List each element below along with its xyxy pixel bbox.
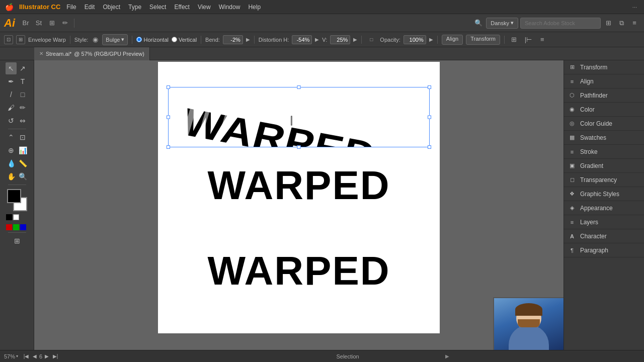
menu-object[interactable]: Object: [99, 3, 124, 12]
next-page-btn[interactable]: ▶: [43, 352, 51, 360]
panel-item-appearance[interactable]: ◈ Appearance: [564, 201, 644, 215]
reflect-tool[interactable]: ⇔: [17, 115, 28, 127]
prev-page-btn[interactable]: ◀: [31, 352, 39, 360]
panel-item-gradient[interactable]: ▣ Gradient: [564, 159, 644, 173]
panel-item-transparency[interactable]: ◻ Transparency: [564, 173, 644, 187]
handle-mr[interactable]: [428, 116, 431, 119]
paintbrush-tool[interactable]: 🖌: [6, 102, 17, 114]
vertical-radio-input[interactable]: [172, 37, 177, 42]
ruler-icon[interactable]: |⊢: [523, 34, 534, 45]
search-stock-icon[interactable]: 🔍: [473, 18, 484, 29]
first-page-btn[interactable]: |◀: [22, 352, 30, 360]
menu-edit[interactable]: Edit: [80, 3, 99, 12]
color-options: [6, 214, 28, 220]
menu-type[interactable]: Type: [124, 3, 145, 12]
menu-effect[interactable]: Effect: [170, 3, 193, 12]
handle-ml[interactable]: [167, 116, 170, 119]
stock-icon[interactable]: St: [33, 18, 44, 29]
hand-tool[interactable]: ✋: [6, 170, 17, 183]
canvas-area[interactable]: WARPED | WARPED WARPED: [34, 60, 564, 350]
pencil-tool[interactable]: ✏: [17, 102, 28, 114]
arrange-panels-icon[interactable]: ⊞: [509, 34, 520, 45]
rotate-tool[interactable]: ↺: [6, 115, 17, 127]
warp-tool[interactable]: ⌃: [6, 131, 17, 143]
panel-item-color[interactable]: ◉ Color: [564, 103, 644, 117]
swatch-green[interactable]: [13, 224, 19, 230]
tab-close-icon[interactable]: ✕: [39, 51, 43, 56]
swatch-white[interactable]: [13, 214, 19, 220]
panel-item-layers[interactable]: ≡ Layers: [564, 215, 644, 229]
menu-view[interactable]: View: [194, 3, 215, 12]
panel-item-swatches[interactable]: ▦ Swatches: [564, 131, 644, 145]
foreground-color[interactable]: [7, 189, 21, 203]
libraries-icon[interactable]: ⊞: [46, 18, 57, 29]
menu-select[interactable]: Select: [145, 3, 170, 12]
user-menu[interactable]: Dansky ▾: [486, 18, 518, 29]
panel-item-color-guide[interactable]: ◎ Color Guide: [564, 117, 644, 131]
distortion-v-input[interactable]: [330, 35, 350, 44]
layout-icon[interactable]: ⊞: [603, 18, 614, 29]
align-button[interactable]: Align: [442, 35, 463, 45]
color-guide-panel-label: Color Guide: [580, 120, 612, 127]
envelope-icon[interactable]: ⊡: [4, 35, 13, 44]
measure-tool[interactable]: 📏: [17, 157, 28, 169]
eyedropper-tool[interactable]: 💧: [6, 157, 17, 169]
appearance-panel-label: Appearance: [580, 205, 613, 212]
panel-item-paragraph[interactable]: ¶ Paragraph: [564, 243, 644, 257]
align-panel-label: Align: [580, 78, 594, 85]
style-dropdown[interactable]: Bulge ▾: [102, 34, 128, 45]
handle-bl[interactable]: [167, 145, 170, 149]
opacity-input[interactable]: [404, 35, 426, 44]
color-selector[interactable]: [6, 189, 28, 211]
pen-tool[interactable]: ✒: [6, 75, 17, 87]
apple-menu[interactable]: 🍎: [4, 3, 14, 11]
app-name[interactable]: Illustrator CC: [19, 3, 60, 11]
panel-item-stroke[interactable]: ≡ Stroke: [564, 145, 644, 159]
handle-tl[interactable]: [167, 85, 170, 89]
free-transform-tool[interactable]: ⊡: [17, 131, 28, 143]
paragraph-panel-label: Paragraph: [580, 247, 608, 254]
swatch-black[interactable]: [6, 214, 12, 220]
handle-tc[interactable]: [297, 85, 301, 89]
transform-button[interactable]: Transform: [466, 35, 500, 45]
graph-tool[interactable]: 📊: [17, 144, 28, 156]
envelope-icon-2[interactable]: ⊞: [16, 35, 25, 44]
distortion-h-input[interactable]: [292, 35, 312, 44]
vertical-radio[interactable]: Vertical: [172, 37, 197, 43]
swatch-blue[interactable]: [20, 224, 26, 230]
handle-br[interactable]: [428, 145, 431, 149]
selection-tool[interactable]: ↖: [6, 62, 17, 74]
symbol-tool[interactable]: ⊕: [6, 144, 17, 156]
panel-item-character[interactable]: A Character: [564, 229, 644, 243]
menu-window[interactable]: Window: [215, 3, 245, 12]
artboard-tool[interactable]: ⊞: [6, 235, 28, 247]
more-icon[interactable]: ≡: [629, 18, 640, 29]
swatch-red[interactable]: [6, 224, 12, 230]
horizontal-radio[interactable]: Horizontal: [136, 37, 169, 43]
panel-item-transform[interactable]: ⊞ Transform: [564, 60, 644, 74]
handle-tr[interactable]: [428, 85, 431, 89]
pen-icon[interactable]: ✏: [59, 18, 70, 29]
bridge-icon[interactable]: Br: [20, 18, 31, 29]
panel-item-pathfinder[interactable]: ⬡ Pathfinder: [564, 88, 644, 103]
direct-selection-tool[interactable]: ↗: [17, 62, 28, 74]
more-options-icon[interactable]: ≡: [537, 34, 548, 45]
warped-text-container[interactable]: WARPED |: [168, 87, 430, 147]
bend-input[interactable]: [223, 35, 243, 44]
panel-item-align[interactable]: ≡ Align: [564, 74, 644, 88]
panel-item-graphic-styles[interactable]: ❖ Graphic Styles: [564, 187, 644, 201]
horizontal-radio-input[interactable]: [136, 37, 142, 42]
document-tab[interactable]: ✕ Stream.ai* @ 57% (RGB/GPU Preview): [34, 47, 150, 60]
line-tool[interactable]: /: [6, 88, 17, 101]
zoom-tool[interactable]: 🔍: [17, 170, 28, 183]
last-page-btn[interactable]: ▶|: [51, 352, 59, 360]
zoom-control[interactable]: 57% ▾: [4, 353, 18, 359]
menu-file[interactable]: File: [62, 3, 80, 12]
arrange-icon[interactable]: ⧉: [616, 18, 627, 29]
rect-tool[interactable]: □: [17, 88, 28, 101]
app-logo: Ai: [4, 17, 15, 30]
menu-help[interactable]: Help: [244, 3, 265, 12]
search-input[interactable]: [520, 18, 601, 29]
type-tool[interactable]: T: [17, 75, 28, 87]
handle-bc[interactable]: [297, 145, 301, 149]
